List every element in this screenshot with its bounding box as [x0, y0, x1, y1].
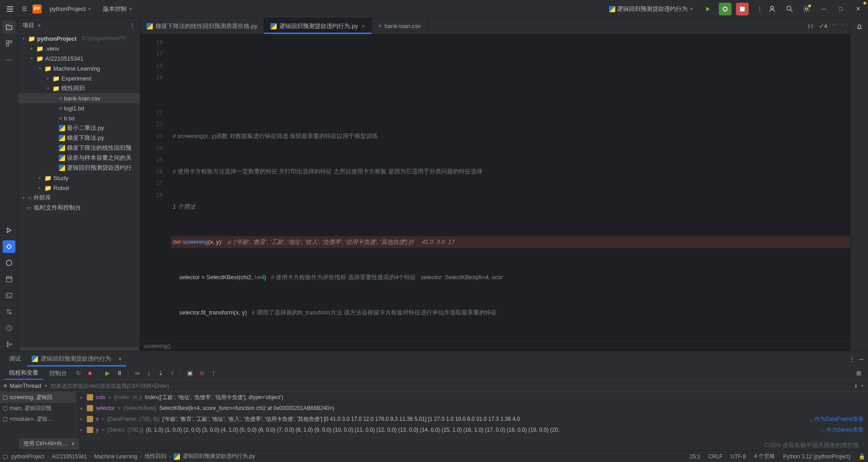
code-with-me-icon[interactable]	[766, 3, 778, 15]
lock-icon[interactable]: 🔒	[859, 453, 865, 460]
hamburger-icon[interactable]: ☰	[21, 5, 28, 13]
var-y[interactable]: ▸y = {Series: (700,)} (0, 1.0) (1, 0.0) …	[76, 424, 868, 435]
code-usage[interactable]: 1 个用法	[171, 201, 850, 213]
run-config-selector[interactable]: 逻辑回归预测贷款违约行为▼	[605, 3, 697, 15]
tree-bankloan[interactable]: ≡bank-loan.csv	[18, 93, 140, 103]
tree-robot[interactable]: ▸📁Robot	[18, 183, 140, 193]
step-over-icon[interactable]: ⤼	[132, 368, 142, 378]
tree-gradlin[interactable]: 梯度下降法的线性回归预	[18, 143, 140, 153]
debug-tab-label[interactable]: 调试	[5, 351, 25, 367]
project-tree[interactable]: ▾📁pythonProject D:\programme\PY\ ▸📁.venv…	[18, 33, 140, 347]
terminal-tool-icon[interactable]	[3, 289, 15, 302]
line-sep[interactable]: CRLF	[708, 453, 722, 460]
tree-exp[interactable]: ▸📁Experiment	[18, 73, 140, 83]
debug-button[interactable]	[719, 3, 731, 15]
structure-tool-icon[interactable]	[3, 37, 15, 50]
vcs-tool-icon[interactable]	[3, 338, 15, 351]
layout-icon[interactable]: ⊞	[854, 368, 863, 378]
nav-up-icon[interactable]: ˄	[833, 23, 836, 29]
tab-grad-linreg[interactable]: 梯度下降法的线性回归预测房屋价格.py	[140, 18, 264, 34]
tree-ml[interactable]: ▾📁Machine Learning	[18, 63, 140, 73]
run-button[interactable]	[702, 3, 714, 15]
tree-grad[interactable]: 梯度下降法.py	[18, 133, 140, 143]
frame-module[interactable]: ▢ <module>, 逻辑…	[0, 414, 75, 424]
var-cols[interactable]: ▸cols = {Index: (4,)} Index(['工龄', '地址',…	[76, 392, 868, 403]
watch-input[interactable]	[51, 383, 852, 389]
project-tool-icon[interactable]	[3, 21, 15, 33]
console-tab[interactable]: 控制台	[45, 367, 71, 379]
reader-mode-icon[interactable]: ⫿⫿	[807, 23, 814, 29]
encoding[interactable]: UTF-8	[731, 453, 746, 460]
close-icon[interactable]: ×	[118, 356, 122, 362]
close-icon[interactable]: ×	[71, 441, 75, 447]
maximize-button[interactable]: □	[835, 3, 847, 15]
nav-down-icon[interactable]: ˅	[841, 23, 844, 29]
tree-study[interactable]: ▸📁Study	[18, 173, 140, 183]
debug-tab-file[interactable]: 逻辑回归预测贷款违约行为 ×	[27, 351, 126, 367]
var-selector[interactable]: ▸selector = {SelectKBest} SelectKBest(k=…	[76, 403, 868, 414]
sidebar-more-icon[interactable]: ⋮	[129, 22, 135, 29]
tree-ai[interactable]: ▾📁AI2210515341	[18, 53, 140, 63]
notifications-icon[interactable]	[853, 21, 866, 33]
tree-lr[interactable]: ≡lr.txt	[18, 113, 140, 123]
threads-vars-tab[interactable]: 线程和变量	[5, 367, 43, 380]
tree-least[interactable]: 最小二乘法.py	[18, 123, 140, 133]
view-series-link[interactable]: …作为Series查看	[821, 424, 863, 435]
tree-logi1[interactable]: ≡logi1.txt	[18, 103, 140, 113]
indent[interactable]: 4 个空格	[754, 452, 775, 460]
debug-tool-icon[interactable]	[3, 240, 15, 253]
run-tool-icon[interactable]	[3, 224, 15, 237]
tree-venv[interactable]: ▸📁.venv	[18, 43, 140, 53]
gutter[interactable]: 16 17 18 19 21 22 23 24 25 26 27 28	[140, 34, 171, 341]
tree-linreg[interactable]: ▾📁线性回归	[18, 83, 140, 93]
breadcrumb[interactable]: pythonProject› AI2210515341› Machine Lea…	[11, 452, 255, 460]
minimize-icon[interactable]: ─	[859, 356, 863, 362]
step-into-my-icon[interactable]: ⇣	[156, 368, 165, 378]
resume-icon[interactable]: ▶	[103, 368, 113, 378]
pause-icon[interactable]: ⏸	[114, 368, 124, 378]
project-selector[interactable]: pythonProject▼	[46, 4, 95, 14]
tree-scratch[interactable]: ≔临时文件和控制台	[18, 203, 140, 213]
chevron-down-icon[interactable]: ▼	[37, 23, 42, 28]
mute-breakpoints-icon[interactable]: ⊘	[197, 368, 207, 378]
interpreter[interactable]: Python 3.12 (pythonProject)	[783, 453, 850, 460]
close-button[interactable]: ✕	[852, 3, 864, 15]
stop-icon[interactable]: ■	[85, 368, 95, 378]
variables-list[interactable]: ▸cols = {Index: (4,)} Index(['工龄', '地址',…	[76, 392, 868, 450]
status-chip-icon[interactable]: ▢	[3, 453, 8, 460]
more-tools-icon[interactable]: ⋯	[3, 53, 15, 66]
settings-icon[interactable]	[800, 3, 813, 15]
app-menu-icon[interactable]	[4, 3, 16, 15]
step-out-icon[interactable]: ↑	[167, 368, 177, 378]
tree-err[interactable]: 误差与样本容量之间的关	[18, 153, 140, 163]
sidebar-scrollbar[interactable]	[20, 347, 138, 351]
step-into-icon[interactable]: ↓	[144, 368, 154, 378]
problems-badge[interactable]: ✓4	[819, 23, 827, 29]
tab-bank-loan[interactable]: ≡bank-loan.csv	[372, 18, 428, 34]
python-console-tool-icon[interactable]	[3, 257, 15, 269]
frame-screening[interactable]: ▢ screening, 逻辑回	[0, 392, 75, 403]
rerun-icon[interactable]: ↻	[73, 368, 83, 378]
packages-tool-icon[interactable]	[3, 273, 15, 286]
more-icon[interactable]: ⋮	[208, 368, 218, 378]
caret-pos[interactable]: 25:1	[690, 453, 700, 460]
filter-icon[interactable]: ⫾	[854, 382, 858, 389]
editor-breadcrumb[interactable]: screening()	[140, 341, 850, 351]
close-icon[interactable]: ×	[362, 23, 365, 30]
view-dataframe-link[interactable]: …作为DataFrame查看	[809, 414, 863, 424]
tree-extlib[interactable]: ▸⑃外部库	[18, 193, 140, 203]
thread-selector[interactable]: ≡ MainThread ▼ ⫾ ▼	[0, 380, 868, 392]
var-x[interactable]: ▸x = {DataFrame: (700, 8)} ['年龄', '教育', …	[76, 414, 868, 424]
vcs-dropdown[interactable]: 版本控制▼	[99, 3, 136, 15]
more-icon[interactable]: ⋮	[849, 356, 855, 362]
stop-button[interactable]	[736, 3, 749, 15]
tab-logic-loan[interactable]: 逻辑回归预测贷款违约行为.py×	[264, 18, 372, 34]
code-area[interactable]: # screening(x, y)函数 对数据集进行特征筛选 保留最重要的特征以…	[171, 34, 850, 341]
minimize-button[interactable]: ─	[817, 3, 830, 15]
services-tool-icon[interactable]	[3, 305, 15, 318]
chevron-down-icon[interactable]: ▼	[860, 384, 864, 388]
more-actions-button[interactable]: ⋮	[753, 3, 766, 15]
problems-tool-icon[interactable]	[3, 322, 15, 334]
tree-root[interactable]: ▾📁pythonProject D:\programme\PY\	[18, 33, 140, 43]
search-icon[interactable]	[783, 3, 796, 15]
